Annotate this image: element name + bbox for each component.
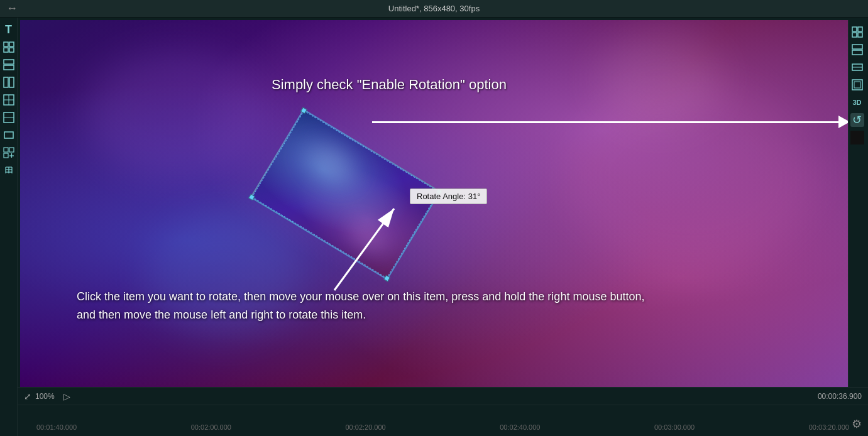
layout-icon-5[interactable] xyxy=(2,111,16,124)
annotation-text: Simply check "Enable Rotation" option xyxy=(272,77,507,93)
svg-rect-35 xyxy=(852,80,862,90)
annotation-arrow xyxy=(372,116,848,128)
top-bar: ↔ Untitled*, 856x480, 30fps xyxy=(0,0,868,18)
grid-icon-1[interactable] xyxy=(2,146,16,160)
layout-icon-1[interactable] xyxy=(2,40,16,54)
settings-gear-icon[interactable]: ⚙ xyxy=(852,417,862,431)
svg-rect-13 xyxy=(4,132,13,138)
3d-view-icon[interactable]: 3D xyxy=(850,95,864,109)
svg-rect-31 xyxy=(852,45,862,49)
layout-icon-2[interactable] xyxy=(2,58,16,72)
zoom-controls: ⤢ 100% ▷ xyxy=(24,391,70,401)
svg-rect-6 xyxy=(4,77,8,87)
timeline-marker-5: 00:03:20.000 xyxy=(809,423,849,431)
svg-rect-29 xyxy=(852,33,857,37)
grid-icon-2[interactable] xyxy=(2,163,16,177)
window-title: Untitled*, 856x480, 30fps xyxy=(388,4,480,13)
black-box-icon xyxy=(850,131,864,144)
svg-rect-14 xyxy=(4,148,8,152)
layout-icon-4[interactable] xyxy=(2,93,16,107)
svg-rect-3 xyxy=(9,48,14,52)
back-arrow[interactable]: ↔ xyxy=(6,2,18,15)
svg-rect-7 xyxy=(9,77,14,87)
svg-rect-2 xyxy=(4,48,8,52)
timeline-marker-2: 00:02:20.000 xyxy=(346,423,386,431)
svg-rect-0 xyxy=(4,42,8,46)
svg-rect-32 xyxy=(852,50,862,55)
fit-height-icon[interactable] xyxy=(850,43,864,57)
play-button[interactable]: ▷ xyxy=(63,391,70,401)
clip-arrow xyxy=(297,190,422,299)
canvas-viewport: Simply check "Enable Rotation" option xyxy=(20,20,848,387)
svg-rect-4 xyxy=(4,60,14,64)
right-toolbar: 3D ↺ xyxy=(848,20,865,387)
smoke-decoration-1 xyxy=(83,52,272,177)
svg-rect-28 xyxy=(858,27,862,31)
svg-line-26 xyxy=(334,209,394,290)
timeline-marker-3: 00:02:40.000 xyxy=(500,423,540,431)
svg-rect-16 xyxy=(4,153,8,158)
zoom-level-text[interactable]: 100% xyxy=(35,392,55,401)
border-tool-icon[interactable] xyxy=(2,128,16,142)
svg-rect-1 xyxy=(9,42,14,46)
rotate-angle-tooltip: Rotate Angle: 31° xyxy=(410,188,487,204)
svg-rect-5 xyxy=(4,65,14,70)
timeline-marker-1: 00:02:00.000 xyxy=(191,423,231,431)
svg-rect-36 xyxy=(854,82,860,88)
timeline-marker-4: 00:03:00.000 xyxy=(654,423,695,431)
svg-rect-30 xyxy=(858,33,862,37)
smoke-decoration-4 xyxy=(596,33,722,127)
svg-rect-27 xyxy=(852,27,857,31)
instruction-text: Click the item you want to rotate, then … xyxy=(77,288,644,324)
layout-icon-3[interactable] xyxy=(2,75,16,89)
left-toolbar: T xyxy=(0,18,18,436)
timeline-markers: 00:01:40.000 00:02:00.000 00:02:20.000 0… xyxy=(18,423,868,431)
rotation-enable-icon[interactable]: ↺ xyxy=(850,113,864,127)
timecode: 00:00:36.900 xyxy=(818,392,862,401)
timeline-marker-0: 00:01:40.000 xyxy=(36,423,77,431)
fit-width-icon[interactable] xyxy=(850,25,864,39)
fit-all-icon[interactable] xyxy=(850,60,864,74)
status-bar: ⤢ 100% ▷ 00:00:36.900 xyxy=(18,387,868,405)
timeline-area: 00:01:40.000 00:02:00.000 00:02:20.000 0… xyxy=(18,405,868,436)
svg-rect-15 xyxy=(9,148,14,152)
resize-icon: ⤢ xyxy=(24,391,31,401)
main-layout: T xyxy=(0,18,868,436)
fit-frame-icon[interactable] xyxy=(850,78,864,92)
text-tool-icon[interactable]: T xyxy=(2,23,16,36)
